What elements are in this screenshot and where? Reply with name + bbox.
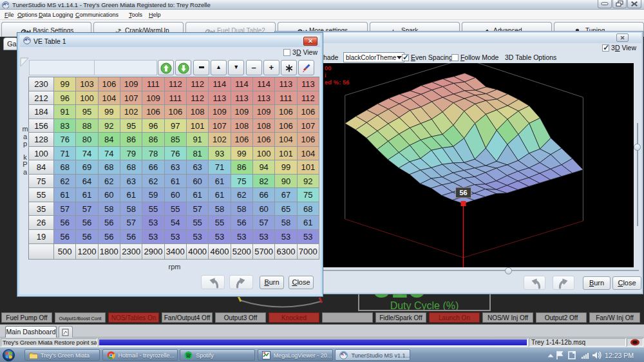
col-header-5700[interactable]: 5700: [253, 244, 275, 260]
vertical-rotate-slider[interactable]: [634, 63, 641, 267]
col-header-6300[interactable]: 6300: [275, 244, 297, 260]
import-green-button[interactable]: [175, 60, 191, 75]
table-cell[interactable]: 55: [209, 216, 231, 230]
table-cell[interactable]: 55: [187, 216, 209, 230]
taskbar-item-megalogviewer-20-[interactable]: MegaLogViewer - 20...: [258, 349, 333, 361]
table-cell[interactable]: 113: [298, 77, 319, 91]
table-cell[interactable]: 55: [142, 202, 164, 216]
table-cell[interactable]: 58: [99, 202, 120, 216]
undo-button[interactable]: [201, 275, 225, 289]
table-cell[interactable]: 111: [142, 77, 164, 91]
table-cell[interactable]: 53: [142, 216, 164, 230]
table-cell[interactable]: 80: [76, 133, 98, 147]
table-cell[interactable]: 76: [165, 147, 187, 161]
table-cell[interactable]: 106: [231, 133, 253, 147]
export-green-button[interactable]: [158, 60, 174, 75]
table-cell[interactable]: 56: [76, 216, 98, 230]
taskbar-item-hotmail-treyrozelle-[interactable]: Hotmail - treyrozelle...: [102, 349, 178, 361]
table-cell[interactable]: 109: [142, 91, 164, 106]
horizontal-rotate-slider[interactable]: [276, 267, 641, 274]
table-cell[interactable]: 99: [231, 147, 253, 161]
table-cell[interactable]: 82: [253, 175, 275, 189]
table-cell[interactable]: 61: [54, 188, 76, 202]
menu-communications[interactable]: Communications: [75, 11, 118, 19]
table-cell[interactable]: 81: [187, 147, 209, 161]
table-cell[interactable]: 100: [76, 91, 98, 106]
table-cell[interactable]: 53: [253, 230, 275, 244]
table-cell[interactable]: 74: [76, 147, 98, 161]
table-cell[interactable]: 71: [209, 160, 231, 175]
slider-thumb[interactable]: [634, 144, 641, 151]
col-header-2300[interactable]: 2300: [120, 244, 142, 260]
table-cell[interactable]: 96: [142, 119, 164, 133]
table-cell[interactable]: 62: [231, 188, 253, 202]
table-cell[interactable]: 56: [231, 216, 253, 230]
table-cell[interactable]: 102: [209, 133, 231, 147]
table-cell[interactable]: 61: [120, 188, 142, 202]
table-cell[interactable]: 92: [99, 119, 120, 133]
table-cell[interactable]: 83: [54, 119, 76, 133]
close-icon[interactable]: ✕: [303, 37, 317, 46]
table-cell[interactable]: 67: [275, 188, 297, 202]
table-cell[interactable]: 96: [54, 91, 76, 106]
table-cell[interactable]: 114: [253, 77, 275, 91]
plus-button[interactable]: +: [263, 60, 279, 75]
table-cell[interactable]: 54: [165, 216, 187, 230]
table-cell[interactable]: 91: [54, 105, 76, 119]
slider-thumb[interactable]: [505, 267, 512, 274]
taskbar-item-spotify[interactable]: Spotify: [180, 349, 255, 361]
network-signal-icon[interactable]: [581, 351, 590, 359]
menu-tools[interactable]: Tools: [129, 11, 142, 19]
table-cell[interactable]: 53: [187, 230, 209, 244]
col-header-3400[interactable]: 3400: [165, 244, 187, 260]
burn-button-3d[interactable]: Burn: [583, 276, 611, 290]
table-cell[interactable]: 95: [120, 119, 142, 133]
table-cell[interactable]: 104: [99, 91, 120, 106]
table-cell[interactable]: 56: [54, 230, 76, 244]
table-cell[interactable]: 68: [54, 160, 76, 175]
table-cell[interactable]: 99: [99, 105, 120, 119]
table-cell[interactable]: 53: [165, 230, 187, 244]
redo-button-3d[interactable]: [553, 276, 574, 290]
table-cell[interactable]: 90: [275, 175, 297, 189]
color-theme-dropdown[interactable]: blackColorTheme: [343, 52, 404, 62]
table-cell[interactable]: 114: [231, 77, 253, 91]
table-cell[interactable]: 101: [298, 160, 319, 175]
table-cell[interactable]: 74: [99, 147, 120, 161]
table-cell[interactable]: 57: [253, 216, 275, 230]
table-cell[interactable]: 68: [120, 160, 142, 175]
table-cell[interactable]: 65: [275, 202, 297, 216]
multiply-button[interactable]: [281, 60, 297, 75]
row-header-26[interactable]: 26: [29, 216, 54, 230]
table-cell[interactable]: 66: [142, 160, 164, 175]
minus-button[interactable]: –: [246, 60, 262, 75]
action-center-flag-icon[interactable]: [556, 350, 564, 360]
table-cell[interactable]: 113: [253, 91, 275, 106]
table-cell[interactable]: 61: [209, 175, 231, 189]
window-tray-icon[interactable]: [567, 350, 577, 360]
table-cell[interactable]: 104: [275, 133, 297, 147]
burn-button[interactable]: Burn: [260, 276, 284, 289]
row-header-100[interactable]: 100: [29, 147, 54, 161]
table-cell[interactable]: 107: [298, 119, 319, 133]
table-cell[interactable]: 57: [76, 202, 98, 216]
close-button-dialog[interactable]: Close: [289, 276, 314, 289]
table-cell[interactable]: 97: [165, 119, 187, 133]
table-cell[interactable]: 57: [120, 216, 142, 230]
table-cell[interactable]: 62: [99, 175, 120, 189]
table-cell[interactable]: 57: [54, 202, 76, 216]
main-dashboard-tab[interactable]: Main Dashboard: [5, 326, 57, 338]
table-cell[interactable]: 106: [298, 133, 319, 147]
table-cell[interactable]: 56: [76, 230, 98, 244]
table-cell[interactable]: 108: [187, 105, 209, 119]
table-cell[interactable]: 68: [99, 160, 120, 175]
close-button-3d[interactable]: Close: [612, 276, 641, 290]
table-cell[interactable]: 109: [120, 77, 142, 91]
table-cell[interactable]: 112: [298, 91, 319, 106]
redo-button[interactable]: [229, 275, 253, 289]
table-cell[interactable]: 86: [142, 133, 164, 147]
table-cell[interactable]: 100: [253, 147, 275, 161]
table-cell[interactable]: 86: [231, 160, 253, 175]
row-header-84[interactable]: 84: [29, 160, 54, 175]
col-header-1200[interactable]: 1200: [76, 244, 98, 260]
